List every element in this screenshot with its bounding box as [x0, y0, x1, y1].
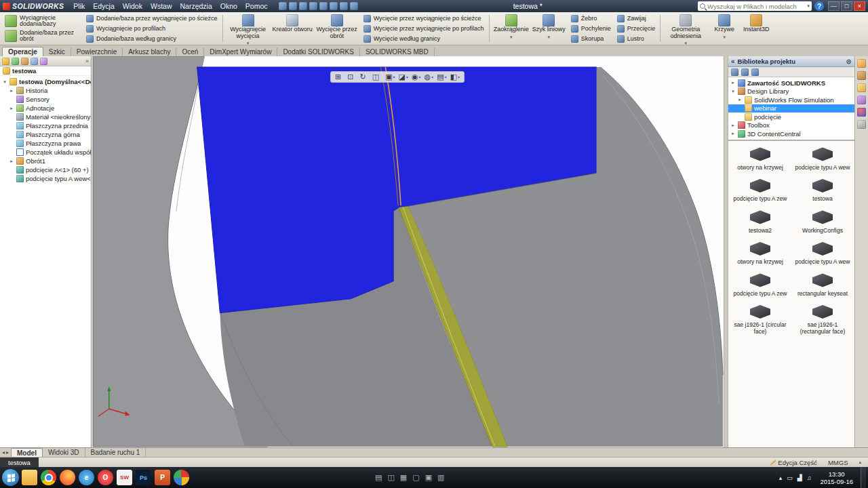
- dropdown-arrow-icon[interactable]: ▾: [684, 40, 687, 45]
- file-explorer-icon[interactable]: [857, 83, 866, 92]
- ribbon-menu-item[interactable]: Lustro: [615, 34, 658, 44]
- dropdown-arrow-icon[interactable]: ▾: [510, 34, 513, 41]
- refresh-icon[interactable]: [751, 68, 759, 76]
- show-desktop-button[interactable]: [861, 467, 866, 488]
- search-input[interactable]: [707, 3, 805, 10]
- tree-item[interactable]: ▸ SolidWorks Flow Simulation: [728, 96, 854, 104]
- library-thumbnail[interactable]: podcięcie typu A wew: [792, 239, 853, 267]
- headsup-button[interactable]: ◧ ▾: [449, 73, 461, 81]
- dropdown-arrow-icon[interactable]: ▾: [458, 75, 460, 79]
- expander-icon[interactable]: ▸: [9, 106, 14, 111]
- headsup-button[interactable]: ▤ ▾: [435, 73, 448, 81]
- menu-item[interactable]: Plik: [69, 1, 89, 11]
- library-thumbnail[interactable]: testowa: [792, 176, 853, 204]
- task-pane-splitter[interactable]: [724, 56, 728, 447]
- dropdown-arrow-icon[interactable]: ▾: [445, 75, 447, 79]
- scroll-left-icon[interactable]: ◂: [2, 449, 5, 455]
- expander-icon[interactable]: ▸: [9, 88, 14, 94]
- ribbon-menu-item[interactable]: Zawijaj: [615, 14, 658, 24]
- show-hidden-icons-icon[interactable]: ▴: [779, 474, 783, 481]
- ribbon-menu-item[interactable]: Wyciągnięcie po profilach: [84, 24, 220, 34]
- pinned-window-4-icon[interactable]: ▢: [412, 473, 419, 482]
- minimize-button[interactable]: —: [828, 1, 840, 11]
- solidworks-resources-icon[interactable]: [857, 59, 866, 68]
- ribbon-menu-item[interactable]: Pochylenie: [569, 24, 613, 34]
- library-thumbnail[interactable]: podcięcie typu A zew: [730, 271, 791, 299]
- ribbon-button[interactable]: Krzywe ▾: [709, 13, 740, 44]
- ribbon-button[interactable]: Dodanie/baza przez obrót: [2, 28, 82, 43]
- units-caret-icon[interactable]: ▴: [859, 460, 861, 465]
- custom-properties-icon[interactable]: [857, 120, 866, 129]
- ribbon-button[interactable]: Geometria odniesienia ▾: [663, 13, 708, 44]
- pinned-window-2-icon[interactable]: ◫: [387, 473, 394, 482]
- add-to-library-icon[interactable]: [731, 68, 738, 76]
- ribbon-tab[interactable]: Widoki 3D: [43, 448, 85, 457]
- headsup-button[interactable]: ⊞ ▾: [334, 73, 345, 81]
- library-thumbnail[interactable]: sae j1926-1 (circular face): [730, 302, 791, 336]
- ribbon-tab[interactable]: Powierzchnie: [71, 47, 123, 56]
- library-thumbnail[interactable]: otwory na krzywej: [730, 145, 791, 173]
- options-icon[interactable]: [350, 2, 358, 10]
- library-thumbnail[interactable]: podcięcie typu A zew: [730, 176, 791, 204]
- ribbon-tab[interactable]: DimXpert Wymiarów: [204, 47, 277, 56]
- tree-item[interactable]: ▸ 3D ContentCentral: [728, 129, 854, 138]
- headsup-button[interactable]: ◍ ▾: [423, 73, 435, 81]
- tree-item[interactable]: podcięcie typu A wew<1> (80: [0, 174, 91, 183]
- firefox-icon[interactable]: [60, 470, 75, 485]
- units-selector[interactable]: MMGS: [828, 459, 848, 466]
- tree-item[interactable]: Początek układu współrzędnych: [0, 148, 91, 157]
- ribbon-tab[interactable]: Badanie ruchu 1: [85, 448, 146, 457]
- library-thumbnail[interactable]: testowa2: [730, 208, 791, 236]
- expander-icon[interactable]: ▸: [9, 159, 14, 164]
- ribbon-button[interactable]: Szyk liniowy ▾: [531, 13, 567, 44]
- tree-item[interactable]: Sensory: [0, 95, 91, 104]
- tree-item[interactable]: ▸ Toolbox: [728, 121, 854, 130]
- tree-item[interactable]: Płaszczyzna górna: [0, 130, 91, 139]
- menu-item[interactable]: Edycja: [89, 1, 119, 11]
- action-center-icon[interactable]: ▭: [787, 474, 793, 481]
- print-icon[interactable]: [309, 2, 317, 10]
- ribbon-tab[interactable]: Szkic: [43, 47, 71, 56]
- collapse-pane-icon[interactable]: «: [731, 58, 735, 65]
- headsup-button[interactable]: ↻ ▾: [358, 73, 370, 81]
- dimxpert-manager-icon[interactable]: [31, 58, 38, 65]
- ribbon-button[interactable]: Kreator otworu ▾: [271, 13, 314, 44]
- dropdown-arrow-icon[interactable]: ▾: [547, 34, 550, 41]
- expander-icon[interactable]: ▸: [730, 123, 736, 128]
- appearances-icon[interactable]: [857, 108, 866, 117]
- ribbon-menu-item[interactable]: Dodanie/baza przez wyciągnięcie po ścież…: [84, 14, 220, 24]
- powerpoint-icon[interactable]: P: [155, 470, 170, 485]
- tree-item[interactable]: ▸ Obrót1: [0, 157, 91, 165]
- ribbon-menu-item[interactable]: Skorupa: [569, 34, 613, 44]
- tree-item[interactable]: ▸ Adnotacje: [0, 104, 91, 113]
- ribbon-menu-item[interactable]: Żebro: [569, 14, 613, 24]
- scroll-right-icon[interactable]: ▸: [6, 449, 9, 455]
- headsup-button[interactable]: ◉ ▾: [410, 73, 422, 81]
- dropdown-arrow-icon[interactable]: ▾: [431, 75, 433, 79]
- ribbon-button[interactable]: Wycięcie przez obrót ▾: [315, 13, 359, 44]
- pinned-window-6-icon[interactable]: ▥: [437, 473, 444, 482]
- start-button[interactable]: [2, 469, 19, 486]
- ribbon-button[interactable]: Wyciągnięcie dodania/bazy: [2, 14, 82, 28]
- save-icon[interactable]: [299, 2, 307, 10]
- expander-icon[interactable]: ▸: [737, 97, 743, 102]
- ribbon-menu-item[interactable]: Wycięcie przez wyciągnięcie po profilach: [361, 24, 486, 34]
- headsup-button[interactable]: ⊡ ▾: [346, 73, 357, 81]
- ribbon-tab[interactable]: Dodatki SOLIDWORKS: [277, 47, 359, 56]
- network-icon[interactable]: ▟: [797, 474, 802, 481]
- ribbon-tab[interactable]: Arkusz blachy: [123, 47, 176, 56]
- pin-icon[interactable]: ⊙: [846, 58, 852, 65]
- select-icon[interactable]: [330, 2, 338, 10]
- menu-item[interactable]: Okno: [216, 1, 241, 11]
- dropdown-arrow-icon[interactable]: ▾: [723, 34, 726, 41]
- ribbon-tab[interactable]: SOLIDWORKS MBD: [360, 47, 435, 56]
- tree-item[interactable]: ▸ Zawartość SOLIDWORKS: [728, 79, 854, 87]
- maximize-button[interactable]: □: [841, 1, 852, 11]
- opera-icon[interactable]: O: [98, 470, 113, 485]
- menu-item[interactable]: Narzędzia: [176, 1, 216, 11]
- tree-item[interactable]: ▾ Design Library: [728, 87, 854, 96]
- ribbon-menu-item[interactable]: Wycięcie przez wyciągnięcie po ścieżce: [361, 14, 486, 24]
- tabs-overflow-icon[interactable]: »: [85, 58, 89, 64]
- tree-item[interactable]: Materiał <nieokreślony>: [0, 113, 91, 121]
- library-thumbnail[interactable]: rectangular keyseat: [792, 271, 853, 299]
